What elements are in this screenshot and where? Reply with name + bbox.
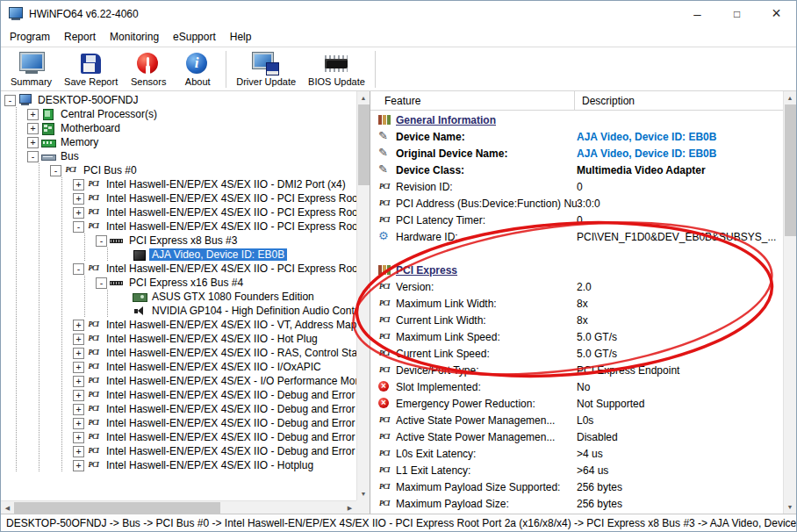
details-row[interactable]: Revision ID:0 [370,178,783,195]
details-row[interactable]: Maximum Link Width:8x [370,295,783,312]
scroll-down-icon[interactable] [357,487,370,500]
scroll-up-icon[interactable] [357,91,370,104]
tree-item[interactable]: +Central Processor(s) [1,107,356,121]
tree-vertical-scrollbar[interactable] [356,91,370,500]
details-vertical-scrollbar[interactable] [783,91,796,514]
tree-item[interactable]: -DESKTOP-50OFNDJ [1,93,356,107]
expand-box-icon[interactable]: + [73,334,84,345]
tree-item[interactable]: +Intel Haswell-EN/EP/EX 4S/EX IIO - VT, … [1,318,356,332]
tree-item[interactable]: +Intel Haswell-EN/EP/EX 4S/EX IIO - Debu… [1,444,356,458]
details-row[interactable]: Original Device Name:AJA Video, Device I… [370,145,783,162]
sensors-button[interactable]: Sensors [124,49,173,90]
expand-box-icon[interactable]: + [27,123,39,134]
minimize-button[interactable] [678,1,717,26]
expand-box-icon[interactable]: + [27,137,39,148]
details-row[interactable]: Current Link Speed:5.0 GT/s [370,345,783,362]
expand-box-icon[interactable]: + [27,109,39,120]
menu-item-esupport[interactable]: eSupport [166,28,223,46]
tree-item[interactable]: +Motherboard [1,121,356,135]
scroll-thumb[interactable] [358,104,370,185]
details-row[interactable]: L0s Exit Latency:>4 us [370,445,783,462]
tree-item[interactable]: +Memory [1,135,356,149]
collapse-box-icon[interactable]: - [4,95,16,106]
details-row[interactable]: Version:2.0 [370,278,783,295]
tree-horizontal-scrollbar[interactable] [1,500,356,514]
details-row[interactable]: Current Link Width:8x [370,312,783,328]
tree-item[interactable]: AJA Video, Device ID: EB0B [1,248,356,262]
details-section-row[interactable]: General Information [370,111,783,128]
collapse-box-icon[interactable]: - [96,235,107,247]
tree-item[interactable]: +Intel Haswell-EN/EP/EX 4S/EX - I/O Perf… [1,374,356,388]
menu-item-report[interactable]: Report [57,28,103,46]
details-row[interactable]: Emergency Power Reduction:Not Supported [370,395,783,412]
menu-item-help[interactable]: Help [223,28,259,46]
tree-item[interactable]: +Intel Haswell-EN/EP/EX 4S/EX IIO - Debu… [1,430,356,444]
expand-box-icon[interactable]: + [73,179,84,191]
tree-item[interactable]: -Intel Haswell-EN/EP/EX 4S/EX IIO - PCI … [1,262,356,276]
tree-item[interactable]: +Intel Haswell-EN/EP/EX 4S/EX IIO - DMI2… [1,177,356,191]
expand-box-icon[interactable]: + [73,348,84,359]
tree-item[interactable]: ASUS GTX 1080 Founders Edition [1,290,356,304]
details-row[interactable]: Slot Implemented:No [370,378,783,395]
expand-box-icon[interactable]: + [73,376,84,387]
scroll-left-icon[interactable] [1,501,14,514]
tree-item[interactable]: -Bus [1,149,356,163]
expand-box-icon[interactable]: + [73,460,84,471]
expand-box-icon[interactable]: + [73,432,84,443]
tree-item[interactable]: -PCI Express x16 Bus #4 [1,276,356,290]
tree-item[interactable]: +Intel Haswell-EN/EP/EX 4S/EX IIO - I/Ox… [1,360,356,374]
close-button[interactable] [757,1,796,26]
collapse-box-icon[interactable]: - [73,221,84,233]
details-row[interactable]: Device/Port Type:PCI Express Endpoint [370,362,783,378]
tree-item[interactable]: +Intel Haswell-EN/EP/EX 4S/EX IIO - Hot … [1,332,356,346]
details-row[interactable]: PCI Address (Bus:Device:Function) Nu...3… [370,195,783,212]
collapse-box-icon[interactable]: - [73,263,84,275]
expand-box-icon[interactable]: + [73,390,84,401]
collapse-box-icon[interactable]: - [50,165,61,176]
scroll-up-icon[interactable] [784,91,797,104]
details-section-row[interactable]: PCI Express [370,262,783,278]
details-row[interactable]: Device Name:AJA Video, Device ID: EB0B [370,128,783,145]
details-row[interactable]: Active State Power Managemen...Disabled [370,428,783,445]
menu-item-program[interactable]: Program [3,28,57,46]
details-row[interactable]: Maximum Link Speed:5.0 GT/s [370,328,783,345]
details-row[interactable]: Maximum Payload Size Supported:256 bytes [370,478,783,495]
about-button[interactable]: About [173,49,222,90]
save-report-button[interactable]: Save Report [58,49,124,90]
tree-item[interactable]: NVIDIA GP104 - High Definition Audio Con… [1,304,356,318]
scroll-thumb[interactable] [785,104,796,236]
tree-item[interactable]: +Intel Haswell-EN/EP/EX 4S/EX IIO - PCI … [1,191,356,205]
details-row[interactable]: Device Class:Multimedia Video Adapter [370,162,783,178]
collapse-box-icon[interactable]: - [96,277,107,289]
details-row[interactable]: PCI Latency Timer:0 [370,212,783,228]
scroll-thumb[interactable] [14,502,220,514]
expand-box-icon[interactable]: + [73,320,84,331]
menu-item-monitoring[interactable]: Monitoring [103,28,166,46]
expand-box-icon[interactable]: + [73,207,84,219]
details-row[interactable]: Hardware ID:PCI\VEN_F1D0&DEV_EB0B&SUBSYS… [370,228,783,245]
tree-item[interactable]: +Intel Haswell-EN/EP/EX 4S/EX IIO - PCI … [1,205,356,219]
column-header-feature[interactable]: Feature [370,91,575,110]
expand-box-icon[interactable]: + [73,404,84,415]
details-row[interactable]: L1 Exit Latency:>64 us [370,462,783,478]
expand-box-icon[interactable]: + [73,446,84,457]
collapse-box-icon[interactable]: - [27,151,39,162]
tree-item[interactable]: -PCI Express x8 Bus #3 [1,234,356,248]
tree-item[interactable]: +Intel Haswell-EN/EP/EX 4S/EX IIO - Debu… [1,388,356,402]
maximize-button[interactable] [717,1,757,26]
column-header-description[interactable]: Description [575,91,783,110]
tree-item[interactable]: +Intel Haswell-EN/EP/EX 4S/EX IIO - Debu… [1,402,356,416]
details-row[interactable]: Maximum Payload Size:256 bytes [370,495,783,512]
driver-update-button[interactable]: Driver Update [230,49,302,90]
summary-button[interactable]: Summary [4,49,58,90]
tree-item[interactable]: +Intel Haswell-EN/EP/EX 4S/EX IIO - Debu… [1,416,356,430]
expand-box-icon[interactable]: + [73,418,84,429]
expand-box-icon[interactable]: + [73,362,84,373]
details-row[interactable]: Active State Power Managemen...L0s [370,412,783,428]
tree-item[interactable]: -Intel Haswell-EN/EP/EX 4S/EX IIO - PCI … [1,219,356,234]
scroll-right-icon[interactable] [343,501,356,514]
scroll-down-icon[interactable] [784,500,797,514]
expand-box-icon[interactable]: + [73,193,84,205]
tree-item[interactable]: +Intel Haswell-EN/EP/EX 4S/EX IIO - RAS,… [1,346,356,360]
bios-update-button[interactable]: BIOS Update [302,49,371,90]
